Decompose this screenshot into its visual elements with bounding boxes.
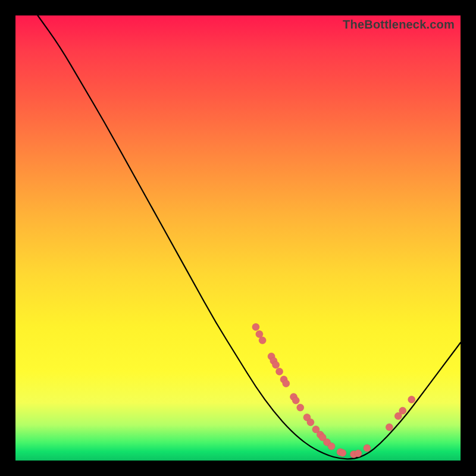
data-point	[276, 368, 283, 375]
watermark-label: TheBottleneck.com	[343, 18, 455, 32]
bottleneck-curve	[37, 15, 461, 459]
data-point	[399, 407, 406, 414]
data-point	[297, 404, 304, 411]
data-point	[256, 331, 263, 338]
data-point	[339, 449, 346, 456]
data-point	[283, 380, 290, 387]
data-point	[364, 444, 371, 452]
data-point	[307, 419, 314, 426]
data-point	[259, 337, 266, 344]
chart-svg	[15, 15, 461, 461]
data-point	[328, 443, 335, 450]
data-point	[408, 396, 415, 403]
chart-area: TheBottleneck.com	[15, 15, 461, 461]
data-point	[386, 424, 393, 431]
data-point	[292, 397, 299, 404]
data-point	[273, 361, 280, 368]
scatter-dots	[252, 324, 415, 458]
data-point	[355, 450, 362, 457]
data-point	[252, 324, 259, 331]
